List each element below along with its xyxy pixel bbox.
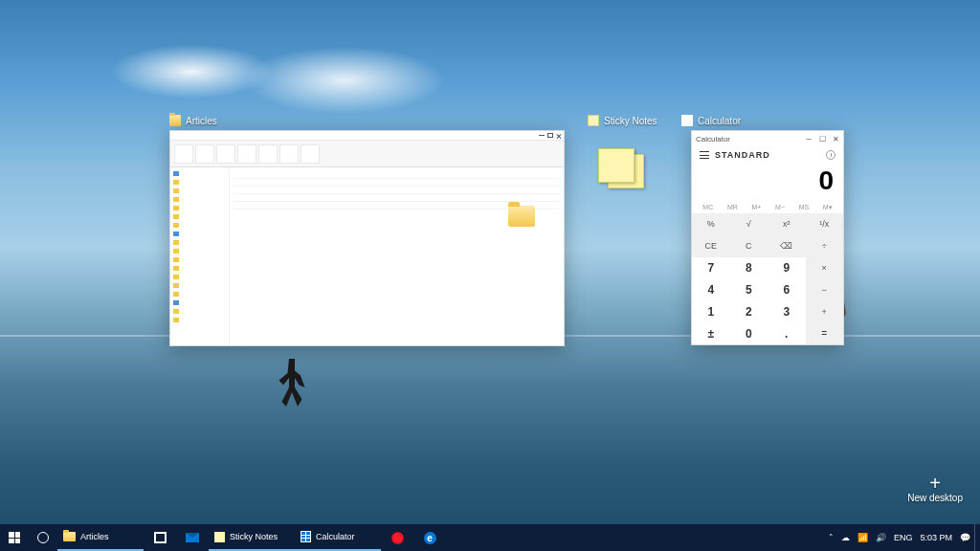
note-icon (588, 115, 599, 126)
calc-key-÷[interactable]: ÷ (806, 235, 844, 257)
calc-key-2[interactable]: 2 (730, 300, 768, 322)
minimize-button[interactable]: ─ (805, 135, 813, 143)
mem-m−[interactable]: M− (775, 204, 785, 211)
calc-key-⌫[interactable]: ⌫ (768, 235, 806, 257)
taskbar-sticky[interactable]: Sticky Notes (209, 524, 295, 551)
taskbar-mail[interactable] (176, 524, 209, 551)
taskbar-opera[interactable] (381, 524, 413, 551)
windows-logo-icon (9, 532, 20, 543)
mem-m+[interactable]: M+ (751, 204, 761, 211)
history-icon[interactable] (826, 150, 835, 160)
mem-m▾[interactable]: M▾ (823, 204, 833, 211)
folder-icon (508, 206, 535, 227)
calc-key-.[interactable]: . (768, 322, 806, 344)
calc-key-0[interactable]: 0 (730, 322, 768, 344)
calculator-app-title: Calculator (696, 135, 730, 143)
mem-ms[interactable]: MS (799, 204, 810, 211)
new-desktop-label: New desktop (907, 493, 963, 503)
calc-key-¹/x[interactable]: ¹/x (806, 213, 844, 235)
taskview-thumb-calculator[interactable]: Calculator ─ ☐ ✕ STANDARD 0 MCMRM+M−MSM▾… (691, 130, 844, 345)
taskbar-edge[interactable]: e (413, 524, 446, 551)
taskbar-calculator[interactable]: Calculator (295, 524, 381, 551)
calc-key-9[interactable]: 9 (768, 257, 806, 279)
taskview-thumb-sticky[interactable] (598, 148, 646, 191)
maximize-button[interactable]: ☐ (818, 135, 826, 143)
tray-overflow-icon[interactable]: ˄ (829, 533, 834, 542)
taskview-title: Articles (186, 116, 217, 126)
cortana-icon (37, 532, 49, 543)
start-button[interactable] (0, 524, 29, 551)
language-indicator[interactable]: ENG (894, 533, 913, 542)
explorer-titlebar (170, 131, 564, 141)
calc-key-=[interactable]: = (806, 322, 844, 344)
calc-key-8[interactable]: 8 (730, 257, 768, 279)
calc-key-5[interactable]: 5 (730, 279, 768, 301)
mem-mc[interactable]: MC (702, 204, 713, 211)
calculator-keypad: %√x²¹/xCEC⌫÷789×456−123+±0.= (692, 213, 843, 344)
taskview-label-sticky: Sticky Notes (588, 115, 657, 126)
taskbar-articles[interactable]: Articles (57, 524, 144, 551)
clock[interactable]: 5:03 PM (920, 533, 952, 542)
system-tray: ˄ ☁ 📶 🔊 ENG 5:03 PM 💬 (825, 533, 974, 542)
calc-key-−[interactable]: − (806, 279, 844, 301)
calc-key-1[interactable]: 1 (692, 300, 730, 322)
calc-key-C[interactable]: C (730, 235, 768, 257)
explorer-nav-pane (170, 167, 230, 345)
taskview-title: Sticky Notes (604, 116, 657, 126)
wallpaper-clouds (77, 29, 459, 115)
calculator-display: 0 (692, 164, 843, 202)
cortana-button[interactable] (29, 524, 57, 551)
taskview-thumb-articles[interactable] (169, 130, 565, 346)
action-center-icon[interactable]: 💬 (960, 533, 970, 542)
taskbar: ArticlesSticky NotesCalculatore ˄ ☁ 📶 🔊 … (0, 524, 980, 551)
calc-key-×[interactable]: × (806, 257, 844, 279)
taskview-label-articles: Articles (169, 115, 217, 126)
calculator-memory-row: MCMRM+M−MSM▾ (692, 202, 843, 213)
calculator-mode: STANDARD (715, 150, 770, 160)
close-button[interactable]: ✕ (832, 135, 839, 143)
sticky-note (598, 148, 635, 183)
taskview-title: Calculator (698, 116, 741, 126)
calc-key-+[interactable]: + (806, 300, 844, 322)
calc-key-7[interactable]: 7 (692, 257, 730, 279)
calc-key-√[interactable]: √ (730, 213, 768, 235)
calculator-icon (681, 115, 693, 126)
calc-key-6[interactable]: 6 (768, 279, 806, 301)
calc-key-3[interactable]: 3 (768, 300, 806, 322)
show-desktop-button[interactable] (974, 524, 980, 551)
calc-key-4[interactable]: 4 (692, 279, 730, 301)
hamburger-icon[interactable] (700, 151, 709, 159)
folder-icon (169, 115, 181, 126)
calc-key-%[interactable]: % (692, 213, 730, 235)
volume-icon[interactable]: 🔊 (876, 533, 886, 542)
explorer-file-list (230, 167, 564, 345)
plus-icon: + (907, 474, 963, 493)
calc-key-±[interactable]: ± (692, 322, 730, 344)
calc-key-x²[interactable]: x² (768, 213, 806, 235)
desktop-wallpaper: Articles Sticky Notes Calculator (0, 0, 980, 551)
mem-mr[interactable]: MR (727, 204, 738, 211)
explorer-ribbon (170, 141, 564, 167)
onedrive-icon[interactable]: ☁ (841, 533, 850, 542)
taskview-label-calculator: Calculator (681, 115, 741, 126)
wallpaper-runner (278, 359, 306, 407)
calc-key-CE[interactable]: CE (692, 235, 730, 257)
calculator-titlebar: Calculator ─ ☐ ✕ (692, 131, 843, 146)
network-icon[interactable]: 📶 (858, 533, 868, 542)
new-desktop-button[interactable]: + New desktop (907, 474, 963, 503)
taskbar-store[interactable] (144, 524, 176, 551)
